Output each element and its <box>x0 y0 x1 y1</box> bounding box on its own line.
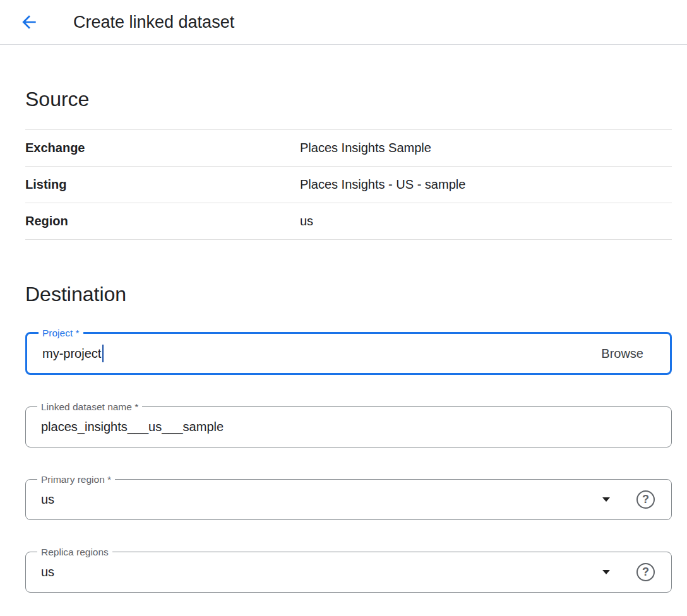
replica-regions-value: us <box>41 565 54 579</box>
dropdown-arrow-icon[interactable] <box>602 497 610 502</box>
table-row-exchange: Exchange Places Insights Sample <box>25 130 672 167</box>
project-input-value[interactable]: my-project <box>42 346 101 361</box>
row-value: Places Insights - US - sample <box>300 177 465 192</box>
arrow-back-icon <box>19 12 39 32</box>
table-row-region: Region us <box>25 203 672 240</box>
primary-region-select[interactable]: Primary region * us ? <box>25 479 672 520</box>
project-field[interactable]: Project * my-project Browse <box>25 332 672 375</box>
row-label: Region <box>25 214 300 228</box>
replica-regions-select[interactable]: Replica regions us ? <box>25 552 672 593</box>
linked-dataset-name-field[interactable]: Linked dataset name * places_insights___… <box>25 406 672 447</box>
help-icon[interactable]: ? <box>636 563 655 581</box>
project-field-label: Project * <box>39 326 83 340</box>
page-title: Create linked dataset <box>73 13 234 32</box>
primary-region-label: Primary region * <box>37 473 115 486</box>
header: Create linked dataset <box>0 0 687 45</box>
browse-button[interactable]: Browse <box>601 346 655 361</box>
back-button[interactable] <box>18 11 40 33</box>
source-info-table: Exchange Places Insights Sample Listing … <box>25 129 672 240</box>
text-cursor <box>102 345 104 362</box>
primary-region-value: us <box>41 492 54 507</box>
main-content: Source Exchange Places Insights Sample L… <box>0 85 687 593</box>
table-row-listing: Listing Places Insights - US - sample <box>25 167 672 203</box>
row-value: us <box>300 214 313 228</box>
destination-section-heading: Destination <box>25 280 672 308</box>
source-section-heading: Source <box>25 85 672 113</box>
linked-dataset-name-label: Linked dataset name * <box>37 400 142 413</box>
row-value: Places Insights Sample <box>300 141 431 155</box>
help-icon[interactable]: ? <box>636 490 655 509</box>
dropdown-arrow-icon[interactable] <box>602 570 610 574</box>
linked-dataset-name-value[interactable]: places_insights___us___sample <box>41 420 224 434</box>
replica-regions-label: Replica regions <box>37 545 112 559</box>
row-label: Listing <box>25 177 300 192</box>
row-label: Exchange <box>25 141 300 155</box>
